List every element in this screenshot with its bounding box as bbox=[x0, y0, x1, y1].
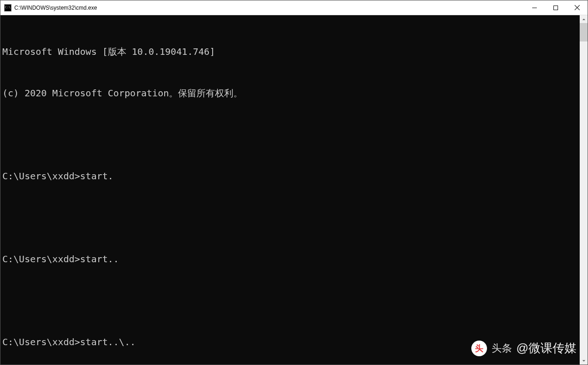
chevron-up-icon bbox=[582, 18, 586, 21]
terminal-line bbox=[2, 294, 580, 307]
svg-rect-1 bbox=[554, 6, 558, 10]
scroll-thumb[interactable] bbox=[580, 23, 588, 41]
maximize-icon bbox=[553, 6, 558, 10]
client-area: Microsoft Windows [版本 10.0.19041.746] (c… bbox=[0, 15, 588, 365]
terminal-line: (c) 2020 Microsoft Corporation。保留所有权利。 bbox=[2, 86, 580, 100]
scroll-up-button[interactable] bbox=[580, 15, 588, 23]
terminal-line: Microsoft Windows [版本 10.0.19041.746] bbox=[2, 45, 580, 59]
minimize-button[interactable] bbox=[524, 0, 545, 15]
window-title: C:\WINDOWS\system32\cmd.exe bbox=[14, 5, 97, 11]
vertical-scrollbar[interactable] bbox=[580, 15, 588, 365]
minimize-icon bbox=[532, 6, 537, 10]
chevron-down-icon bbox=[582, 359, 586, 363]
titlebar[interactable]: C:\ C:\WINDOWS\system32\cmd.exe bbox=[0, 0, 588, 15]
scroll-down-button[interactable] bbox=[580, 357, 588, 365]
close-button[interactable] bbox=[566, 0, 588, 15]
maximize-button[interactable] bbox=[545, 0, 566, 15]
cmd-icon: C:\ bbox=[4, 4, 12, 12]
terminal-line bbox=[2, 211, 580, 224]
terminal-line: C:\Users\xxdd>start. bbox=[2, 169, 580, 183]
terminal-line: C:\Users\xxdd>start.. bbox=[2, 252, 580, 266]
terminal-output[interactable]: Microsoft Windows [版本 10.0.19041.746] (c… bbox=[0, 15, 580, 365]
titlebar-controls bbox=[524, 0, 588, 15]
cmd-window: C:\ C:\WINDOWS\system32\cmd.exe Microsof… bbox=[0, 0, 588, 365]
terminal-line: C:\Users\xxdd>start..\.. bbox=[2, 335, 580, 349]
titlebar-left: C:\ C:\WINDOWS\system32\cmd.exe bbox=[0, 4, 97, 12]
terminal-line bbox=[2, 128, 580, 141]
close-icon bbox=[575, 5, 580, 10]
